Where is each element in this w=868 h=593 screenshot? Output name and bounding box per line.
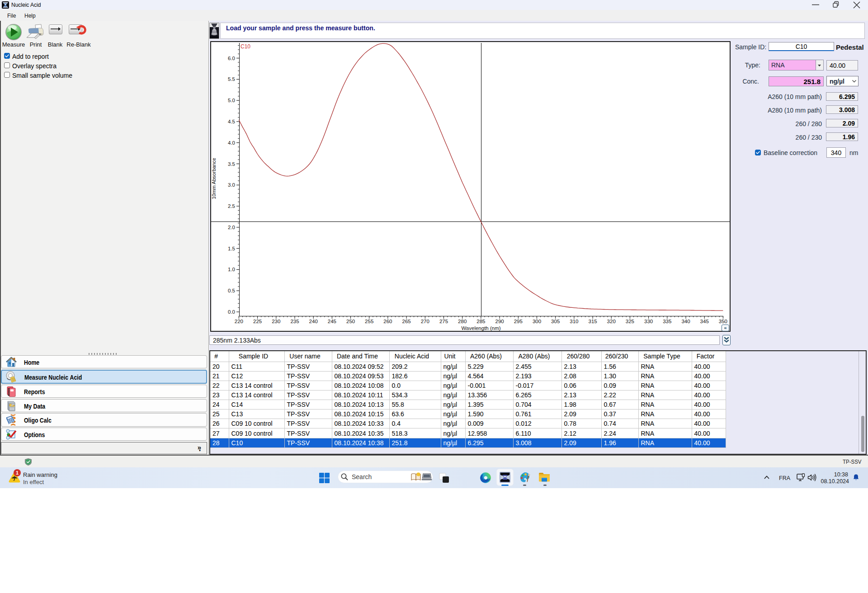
svg-text:275: 275: [439, 319, 448, 324]
svg-text:4.0: 4.0: [228, 140, 235, 146]
svg-text:295: 295: [514, 319, 523, 324]
svg-text:250: 250: [346, 319, 355, 324]
svg-text:C10: C10: [241, 43, 250, 50]
svg-text:235: 235: [290, 319, 299, 324]
svg-text:2.0: 2.0: [228, 225, 235, 230]
svg-text:240: 240: [309, 319, 318, 324]
svg-text:225: 225: [253, 319, 262, 324]
svg-text:300: 300: [533, 319, 541, 324]
svg-text:2.5: 2.5: [228, 203, 235, 209]
svg-text:290: 290: [495, 319, 504, 324]
svg-text:265: 265: [402, 319, 411, 324]
svg-text:3.0: 3.0: [228, 182, 235, 188]
svg-text:0.5: 0.5: [228, 288, 235, 293]
svg-text:220: 220: [235, 319, 243, 324]
svg-text:Wavelength (nm): Wavelength (nm): [461, 325, 500, 331]
svg-text:345: 345: [700, 319, 709, 324]
svg-text:260: 260: [383, 319, 392, 324]
svg-text:230: 230: [272, 319, 280, 324]
svg-text:340: 340: [681, 319, 690, 324]
svg-text:10mm Absorbance: 10mm Absorbance: [211, 158, 217, 199]
svg-text:3.5: 3.5: [228, 161, 235, 167]
svg-text:335: 335: [663, 319, 671, 324]
svg-text:270: 270: [421, 319, 429, 324]
svg-text:325: 325: [626, 319, 634, 324]
svg-text:4.5: 4.5: [228, 119, 235, 124]
svg-text:350: 350: [719, 319, 727, 324]
svg-text:6.0: 6.0: [228, 56, 235, 61]
svg-text:5.5: 5.5: [228, 76, 235, 82]
svg-text:1.5: 1.5: [228, 246, 235, 251]
svg-text:255: 255: [365, 319, 373, 324]
svg-text:245: 245: [328, 319, 336, 324]
svg-text:285: 285: [476, 319, 485, 324]
svg-text:5.0: 5.0: [228, 98, 235, 103]
svg-text:330: 330: [644, 319, 653, 324]
svg-text:1.0: 1.0: [228, 267, 235, 272]
svg-text:0.0: 0.0: [228, 309, 235, 315]
svg-text:280: 280: [458, 319, 467, 324]
svg-text:310: 310: [570, 319, 578, 324]
svg-text:320: 320: [607, 319, 616, 324]
svg-text:305: 305: [551, 319, 560, 324]
svg-text:315: 315: [589, 319, 597, 324]
